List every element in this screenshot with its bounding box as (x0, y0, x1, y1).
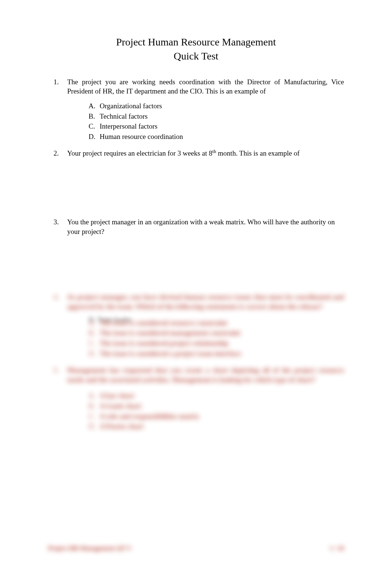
page-footer: Project HR Management QT V 1 / 10 (48, 545, 344, 552)
option-a: A. Organizational factors (89, 101, 344, 111)
option-text: The issue is considered resource constra… (100, 319, 227, 327)
option-letter: C. (89, 122, 95, 131)
option-text: The issue is considered a project team i… (100, 350, 241, 357)
option-d: D. Human resource coordination (89, 132, 344, 142)
option-letter: D. (89, 349, 95, 358)
option-letter: B. (89, 401, 95, 411)
option-letter: D. (89, 132, 95, 142)
options-list: A. Organizational factors B. Technical f… (67, 101, 344, 142)
question-number: 4. (54, 292, 59, 302)
blurred-content: 4. As project manager, you have devised … (48, 292, 344, 431)
options-list: A. The issue is considered resource cons… (67, 318, 344, 358)
footer-right: 1 / 10 (330, 545, 344, 552)
option-b: B. The issue is considered management co… (89, 328, 344, 338)
option-letter: C. (89, 412, 95, 421)
option-letter: A. (89, 318, 95, 328)
option-text: A Pareto chart (100, 422, 144, 430)
option-c: C. The issue is considered project relat… (89, 338, 344, 348)
option-text: Human resource coordination (100, 133, 183, 140)
question-text-post: month. This is an example of (216, 149, 300, 157)
document-title: Project Human Resource Management Quick … (48, 35, 344, 63)
option-text: The issue is considered project relation… (100, 339, 228, 347)
option-letter: B. (89, 328, 95, 338)
question-number: 3. (54, 217, 59, 227)
question-1: 1. The project you are working needs coo… (48, 77, 344, 142)
options-list: A. A bar chart B. A Gantt chart C. A rol… (67, 391, 344, 431)
option-letter: A. (89, 101, 95, 111)
question-text: You the project manager in an organizati… (67, 217, 344, 236)
option-d: D. The issue is considered a project tea… (89, 349, 344, 358)
title-line-1: Project Human Resource Management (48, 35, 344, 49)
option-text: The issue is considered management const… (100, 329, 240, 337)
option-text: Technical factors (100, 112, 148, 120)
question-5-blurred: 5. Management has requested that you cre… (48, 365, 344, 431)
option-c: C. A role and responsibilities matrix (89, 412, 344, 421)
option-text: Interpersonal factors (100, 122, 158, 130)
option-letter: B. (89, 112, 95, 121)
question-number: 2. (54, 149, 59, 158)
question-number: 1. (54, 77, 59, 87)
option-text: A bar chart (100, 392, 134, 399)
question-2: 2. Your project requires an electrician … (48, 149, 344, 158)
option-b: B. A Gantt chart (89, 401, 344, 411)
question-text-sup: th (212, 149, 216, 154)
question-text-pre: Your project requires an electrician for… (67, 149, 212, 157)
question-text: Management has requested that you create… (67, 365, 344, 384)
option-d: D. A Pareto chart (89, 422, 344, 431)
option-text: Organizational factors (100, 102, 162, 110)
question-number: 5. (54, 365, 59, 375)
option-c: C. Interpersonal factors (89, 122, 344, 131)
question-text: As project manager, you have devised hum… (67, 292, 344, 311)
question-4-blurred: 4. As project manager, you have devised … (48, 292, 344, 358)
option-letter: A. (89, 391, 95, 401)
option-text: A role and responsibilities matrix (100, 412, 199, 420)
question-text: The project you are working needs coordi… (67, 77, 344, 96)
option-letter: D. (89, 422, 95, 431)
questions-list: 1. The project you are working needs coo… (48, 77, 344, 431)
option-b: B. Technical factors (89, 112, 344, 121)
option-a: A. The issue is considered resource cons… (89, 318, 344, 328)
question-text: Your project requires an electrician for… (67, 149, 344, 158)
footer-left: Project HR Management QT V (48, 545, 132, 552)
option-letter: C. (89, 338, 95, 348)
title-line-2: Quick Test (48, 49, 344, 63)
option-text: A Gantt chart (100, 402, 141, 410)
question-3: 3. You the project manager in an organiz… (48, 217, 344, 236)
option-a: A. A bar chart (89, 391, 344, 401)
